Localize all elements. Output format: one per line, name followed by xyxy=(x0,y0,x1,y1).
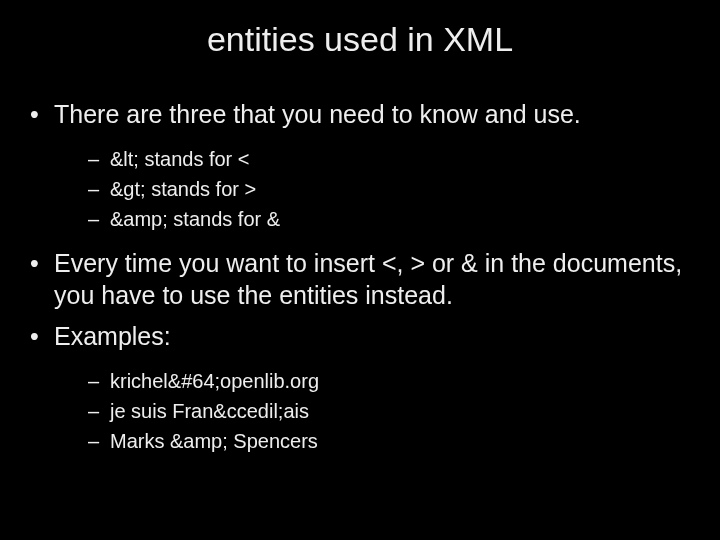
bullet-list: There are three that you need to know an… xyxy=(0,99,720,456)
sub-bullet-item: &lt; stands for < xyxy=(88,144,720,174)
sub-bullet-text: &amp; stands for & xyxy=(110,208,280,230)
slide: entities used in XML There are three tha… xyxy=(0,0,720,540)
bullet-text: Every time you want to insert <, > or & … xyxy=(54,249,682,308)
sub-bullet-text: je suis Fran&ccedil;ais xyxy=(110,400,309,422)
bullet-text: There are three that you need to know an… xyxy=(54,100,581,128)
sub-bullet-text: &lt; stands for < xyxy=(110,148,250,170)
bullet-item: Examples: krichel&#64;openlib.org je sui… xyxy=(30,321,720,456)
sub-bullet-item: Marks &amp; Spencers xyxy=(88,426,720,456)
sub-bullet-text: &gt; stands for > xyxy=(110,178,256,200)
bullet-item: Every time you want to insert <, > or & … xyxy=(30,248,720,311)
sub-bullet-item: &amp; stands for & xyxy=(88,204,720,234)
sub-bullet-item: je suis Fran&ccedil;ais xyxy=(88,396,720,426)
sub-bullet-list: &lt; stands for < &gt; stands for > &amp… xyxy=(54,144,720,234)
sub-bullet-item: krichel&#64;openlib.org xyxy=(88,366,720,396)
slide-title: entities used in XML xyxy=(0,20,720,59)
sub-bullet-item: &gt; stands for > xyxy=(88,174,720,204)
bullet-text: Examples: xyxy=(54,322,171,350)
sub-bullet-text: Marks &amp; Spencers xyxy=(110,430,318,452)
sub-bullet-list: krichel&#64;openlib.org je suis Fran&cce… xyxy=(54,366,720,456)
sub-bullet-text: krichel&#64;openlib.org xyxy=(110,370,319,392)
bullet-item: There are three that you need to know an… xyxy=(30,99,720,234)
